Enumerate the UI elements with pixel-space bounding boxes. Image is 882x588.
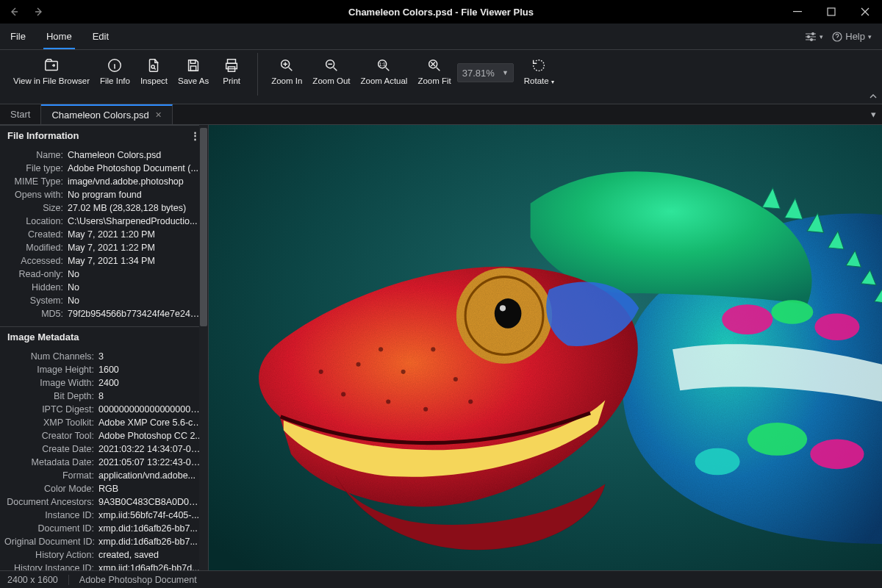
tab-start[interactable]: Start: [0, 104, 41, 124]
redo-button[interactable]: [28, 1, 49, 22]
info-row: Created:May 7, 2021 1:20 PM: [4, 228, 204, 241]
save-as-button[interactable]: Save As: [173, 53, 213, 98]
svg-point-23: [747, 423, 807, 456]
file-information-body: Name:Chameleon Colors.psdFile type:Adobe…: [0, 146, 208, 326]
svg-point-32: [379, 347, 383, 351]
rotate-button[interactable]: Rotate ▾: [520, 53, 559, 98]
info-key: Name:: [4, 150, 68, 160]
menu-file[interactable]: File: [0, 24, 36, 49]
svg-rect-1: [828, 8, 835, 15]
status-dimensions: 2400 x 1600: [7, 575, 58, 585]
info-row: System:No: [4, 294, 204, 307]
info-key: Image Width:: [4, 378, 98, 388]
help-button[interactable]: Help ▾: [832, 31, 872, 42]
info-row: Create Date:2021:03:22 14:34:07-05:...: [4, 442, 204, 456]
info-row: MIME Type:image/vnd.adobe.photoshop: [4, 175, 204, 188]
svg-point-20: [722, 304, 772, 334]
info-value: 2400: [98, 378, 204, 388]
svg-point-39: [468, 400, 473, 404]
file-info-button[interactable]: File Info: [96, 53, 135, 98]
info-row: Format:application/vnd.adobe...: [4, 469, 204, 482]
info-row: Original Document ID:xmp.did:1d6afb26-bb…: [4, 535, 204, 548]
info-row: Size:27.02 MB (28,328,128 bytes): [4, 201, 204, 215]
info-row: History Action:created, saved: [4, 548, 204, 562]
svg-rect-6: [46, 62, 58, 71]
print-label: Print: [223, 76, 240, 86]
info-value: 2021:05:07 13:22:43-05:...: [98, 457, 204, 467]
info-row: Location:C:\Users\SharpenedProductio...: [4, 215, 204, 228]
svg-point-36: [341, 392, 345, 396]
zoom-fit-button[interactable]: Zoom Fit: [413, 53, 455, 98]
info-key: Accessed:: [4, 256, 68, 266]
menu-home[interactable]: Home: [36, 24, 82, 49]
info-value: xmp.iid:1d6afb26-bb7d...: [98, 563, 204, 570]
info-value: xmp.did:1d6afb26-bb7...: [98, 523, 204, 534]
info-key: Opens with:: [4, 190, 68, 200]
ribbon-toolbar: View in File Browser File Info Inspect S…: [0, 50, 882, 104]
image-metadata-title: Image Metadata: [7, 331, 79, 343]
info-key: Document ID:: [4, 523, 98, 534]
view-in-file-browser-button[interactable]: View in File Browser: [9, 53, 94, 98]
chevron-down-icon: ▾: [868, 33, 872, 40]
zoom-actual-button[interactable]: 1:1 Zoom Actual: [356, 53, 412, 98]
info-row: Num Channels:3: [4, 350, 204, 363]
info-value: 3: [98, 351, 204, 362]
info-panel: File Information ⋮ Name:Chameleon Colors…: [0, 125, 209, 570]
info-row: Document Ancestors:9A3B0C483CB8A0D0B0...: [4, 495, 204, 509]
info-value: 8: [98, 391, 204, 401]
svg-point-40: [319, 370, 323, 374]
close-button[interactable]: [848, 0, 882, 24]
chevron-down-icon: ▼: [502, 69, 509, 76]
info-value: 79f2b954566b773424f4e7e247c...: [68, 309, 204, 319]
info-key: Modified:: [4, 243, 68, 253]
panel-scrollbar[interactable]: [199, 125, 208, 570]
svg-text:1:1: 1:1: [379, 62, 386, 67]
tab-file[interactable]: Chameleon Colors.psd ✕: [41, 104, 172, 124]
zoom-out-button[interactable]: Zoom Out: [308, 53, 354, 98]
collapse-ribbon-button[interactable]: [869, 92, 878, 101]
zoom-in-label: Zoom In: [271, 76, 302, 86]
info-row: Name:Chameleon Colors.psd: [4, 148, 204, 162]
svg-point-2: [812, 32, 814, 35]
svg-point-8: [151, 65, 154, 68]
info-value: image/vnd.adobe.photoshop: [68, 176, 204, 187]
minimize-button[interactable]: [781, 0, 814, 24]
svg-point-24: [810, 439, 864, 469]
rotate-label: Rotate ▾: [524, 76, 554, 86]
info-row: Creator Tool:Adobe Photoshop CC 2...: [4, 429, 204, 442]
image-content: [209, 125, 882, 570]
info-row: Modified:May 7, 2021 1:22 PM: [4, 241, 204, 254]
inspect-button[interactable]: Inspect: [136, 53, 172, 98]
info-key: Instance ID:: [4, 510, 98, 520]
info-key: System:: [4, 295, 68, 306]
zoom-in-button[interactable]: Zoom In: [267, 53, 306, 98]
info-key: Original Document ID:: [4, 537, 98, 547]
maximize-button[interactable]: [814, 0, 848, 24]
zoom-fit-label: Zoom Fit: [417, 76, 451, 86]
view-settings-button[interactable]: ▾: [805, 32, 823, 42]
image-viewer[interactable]: [209, 125, 882, 570]
help-label: Help: [845, 31, 865, 42]
zoom-level-field[interactable]: 37.81% ▼: [457, 63, 514, 82]
menu-edit[interactable]: Edit: [82, 24, 119, 49]
info-key: Location:: [4, 216, 68, 226]
info-key: Format:: [4, 470, 98, 481]
tab-close-icon[interactable]: ✕: [155, 110, 162, 120]
print-button[interactable]: Print: [215, 53, 248, 98]
tab-start-label: Start: [10, 109, 30, 120]
svg-point-37: [386, 400, 390, 404]
info-row: Read-only:No: [4, 268, 204, 281]
undo-button[interactable]: [4, 1, 25, 22]
info-key: History Instance ID:: [4, 563, 98, 570]
info-key: Image Height:: [4, 365, 98, 375]
info-key: XMP Toolkit:: [4, 417, 98, 428]
tab-file-label: Chameleon Colors.psd: [51, 110, 148, 121]
svg-point-38: [423, 407, 428, 412]
info-value: 2021:03:22 14:34:07-05:...: [98, 444, 204, 454]
info-row: Bit Depth:8: [4, 390, 204, 403]
zoom-level-value: 37.81%: [462, 68, 495, 79]
panel-scrollbar-thumb[interactable]: [200, 128, 207, 326]
tab-overflow-button[interactable]: ▾: [871, 104, 876, 124]
info-value: 9A3B0C483CB8A0D0B0...: [98, 497, 204, 507]
info-key: Created:: [4, 229, 68, 240]
